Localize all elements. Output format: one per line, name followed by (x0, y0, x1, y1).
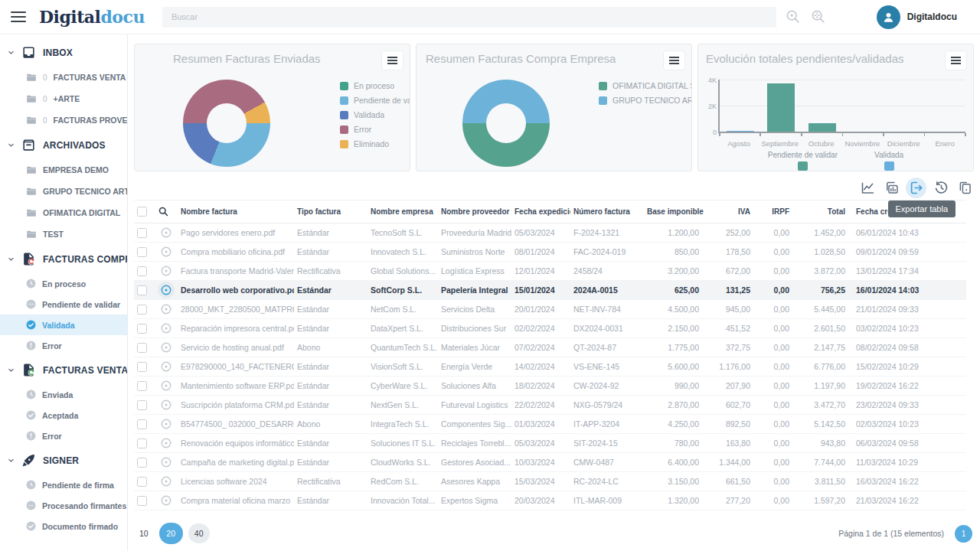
eye-icon[interactable] (158, 473, 175, 490)
sidebar-item-error[interactable]: Error (0, 425, 127, 446)
row-checkbox[interactable] (137, 324, 147, 334)
sidebar-item-empresa-demo[interactable]: EMPRESA DEMO (0, 159, 127, 181)
legend-item-en-proceso[interactable]: En proceso (340, 81, 410, 90)
sidebar-section-inbox[interactable]: INBOX (0, 38, 127, 67)
chart-copy-icon[interactable] (882, 178, 900, 197)
page-size-10[interactable]: 10 (134, 523, 154, 543)
table-row[interactable]: Factura transporte Madrid-Valenc...Recti… (134, 262, 966, 281)
sidebar-section-archivados[interactable]: ARCHIVADOS (0, 131, 127, 159)
sidebar-item-validada[interactable]: Validada (0, 315, 127, 335)
cell-iva: 602,70 (707, 396, 758, 415)
eye-icon[interactable] (158, 416, 175, 432)
row-checkbox[interactable] (137, 362, 147, 372)
eye-icon[interactable] (158, 282, 175, 298)
row-checkbox[interactable] (137, 343, 147, 353)
eye-icon[interactable] (158, 243, 175, 260)
eye-icon[interactable] (158, 320, 175, 337)
eye-icon[interactable] (158, 358, 175, 375)
row-checkbox[interactable] (137, 305, 147, 315)
line-chart-icon[interactable] (858, 178, 877, 197)
sidebar-item-aceptada[interactable]: Aceptada (0, 405, 127, 425)
row-checkbox[interactable] (137, 247, 147, 257)
search-icon[interactable] (158, 206, 175, 217)
eye-icon[interactable] (158, 435, 175, 452)
visual-search-icon[interactable] (785, 8, 802, 25)
sidebar-item-documento-firmado[interactable]: Documento firmado (0, 516, 127, 536)
sidebar-item-test[interactable]: TEST (0, 223, 127, 245)
chart-menu-button[interactable] (663, 51, 685, 70)
row-checkbox[interactable] (137, 400, 147, 410)
row-checkbox[interactable] (137, 228, 147, 238)
legend-item-pendiente-de-validar[interactable]: Pendiente de validar (768, 151, 838, 171)
eye-icon[interactable] (158, 224, 175, 241)
sidebar-item-facturas-proveed[interactable]: 0FACTURAS PROVEED... (0, 109, 127, 131)
search-input[interactable] (162, 7, 776, 28)
sidebar-item-pendiente-de-firma[interactable]: Pendiente de firma (0, 474, 127, 495)
chart-menu-button[interactable] (945, 51, 967, 70)
row-checkbox[interactable] (137, 439, 147, 448)
table-row[interactable]: B54774500_ 032000_DESARROL...AbonoIntegr… (134, 415, 966, 434)
user-menu[interactable]: Digitaldocu (877, 5, 957, 29)
page-size-40[interactable]: 40 (188, 523, 210, 543)
row-checkbox[interactable] (137, 496, 147, 506)
legend-item-eliminado[interactable]: Eliminado (340, 139, 410, 148)
legend-item-grupo-tecnico-arte-2010[interactable]: GRUPO TECNICO ARTE 2010 (599, 96, 692, 105)
page-size-20[interactable]: 20 (159, 523, 183, 544)
row-checkbox[interactable] (137, 266, 147, 276)
sidebar-item-grupo-tecnico-arte[interactable]: GRUPO TECNICO ARTE ... (0, 181, 127, 202)
eye-icon[interactable] (158, 339, 175, 356)
sidebar-item-facturas-venta[interactable]: 0FACTURAS VENTA (0, 67, 127, 88)
sidebar-item-ofimatica-digital[interactable]: OFIMATICA DIGITAL (0, 202, 127, 223)
table-row[interactable]: E978290000_140_FACTENERGYF...EstándarVis… (134, 357, 966, 377)
eye-icon[interactable] (158, 301, 175, 318)
row-checkbox[interactable] (137, 285, 147, 295)
app-logo[interactable]: Digitaldocu (39, 7, 145, 27)
eye-icon[interactable] (158, 377, 175, 394)
eye-icon[interactable] (158, 396, 175, 413)
eye-icon[interactable] (158, 454, 175, 471)
row-checkbox[interactable] (137, 458, 147, 468)
table-row[interactable]: Mantenimiento software ERP.pdfEstándarCy… (134, 377, 966, 396)
legend-item-ofimatica-digital-slu[interactable]: OFIMATICA DIGITAL SLU (599, 81, 692, 90)
table-row[interactable]: Desarrollo web corporativo.pdf.EstándarS… (134, 281, 966, 300)
page-number-button[interactable]: 1 (955, 525, 972, 543)
y-axis-tick-label: 4K (708, 77, 717, 84)
export-table-icon[interactable] (906, 178, 926, 198)
sidebar-item-procesando-firmantes[interactable]: Procesando firmantes (0, 495, 127, 516)
sidebar-section-facturas-venta[interactable]: FACTURAS VENTA (0, 356, 127, 384)
advanced-search-icon[interactable] (810, 8, 827, 25)
sidebar-section-signer[interactable]: SIGNER (0, 446, 127, 474)
table-row[interactable]: Servicio de hosting anual.pdfAbonoQuantu… (134, 338, 966, 357)
sidebar-item-arte[interactable]: 0+ARTE (0, 88, 127, 109)
sidebar-item-pendiente-de-validar[interactable]: Pendiente de validar (0, 294, 127, 315)
table-row[interactable]: Campaña de marketing digital.p...Estánda… (134, 453, 966, 472)
table-row[interactable]: Compra mobiliario oficina.pdfEstándarInn… (134, 243, 966, 262)
row-checkbox[interactable] (137, 477, 147, 487)
table-row[interactable]: Licencias software 2024RectificativaRedC… (134, 472, 966, 491)
sidebar-section-facturas-compra[interactable]: FACTURAS COMPRA (0, 245, 127, 273)
table-row[interactable]: Compra material oficina marzoEstándarInn… (134, 491, 966, 510)
table-row[interactable]: Renovación equipos informáticosEstándarS… (134, 434, 966, 453)
table-row[interactable]: 28000_MKT_2280500_MATPROM...EstándarNetC… (134, 300, 966, 319)
history-icon[interactable] (932, 178, 950, 197)
table-row[interactable]: Reparación impresora central.pdfEstándar… (134, 319, 966, 338)
legend-item-error[interactable]: Error (340, 125, 410, 134)
legend-item-validada[interactable]: Validada (874, 151, 903, 171)
eye-icon[interactable] (158, 492, 175, 509)
sidebar-item-enviada[interactable]: Enviada (0, 384, 127, 405)
copy-doc-icon[interactable] (956, 178, 974, 197)
hamburger-icon[interactable] (11, 11, 26, 22)
chart-menu-button[interactable] (381, 51, 403, 70)
table-row[interactable]: Pago servidores enero.pdfEstándarTecnoSo… (134, 223, 966, 243)
pagination: 102040 Página 1 de 1 (15 elementos) 1 (134, 523, 972, 544)
row-checkbox[interactable] (137, 381, 147, 391)
sidebar-item-error[interactable]: Error (0, 335, 127, 356)
table-row[interactable]: Suscripción plataforma CRM.pdfEstándarNe… (134, 396, 966, 415)
select-all-checkbox[interactable] (137, 207, 147, 217)
eye-icon[interactable] (158, 262, 175, 279)
legend-item-validada[interactable]: Validada (340, 110, 410, 119)
legend-item-pendiente-de-validar[interactable]: Pendiente de validar (340, 96, 410, 105)
sidebar-item-en-proceso[interactable]: En proceso (0, 273, 127, 294)
cell-irpf: 0,00 (758, 396, 797, 415)
row-checkbox[interactable] (137, 419, 147, 429)
